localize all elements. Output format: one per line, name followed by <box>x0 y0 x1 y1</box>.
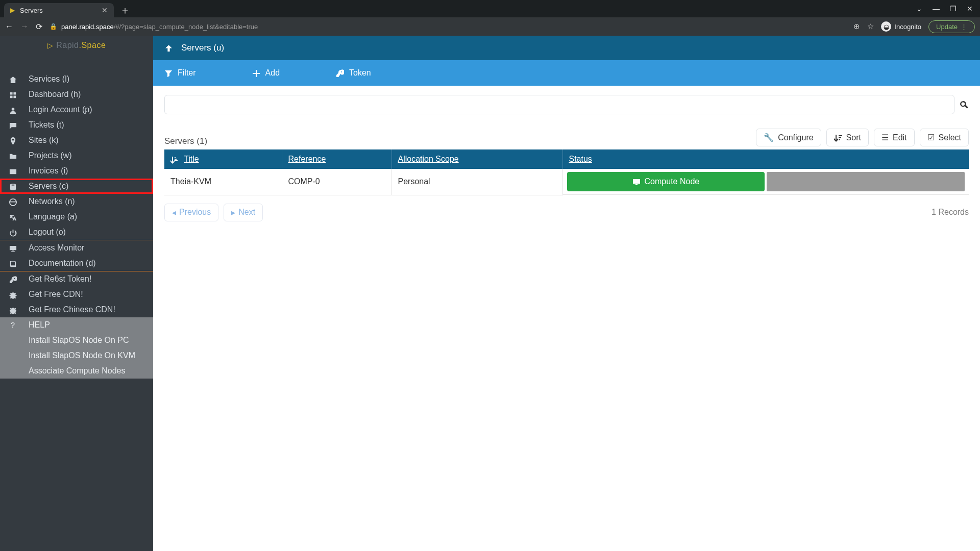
bookmark-icon[interactable]: ☆ <box>867 22 874 31</box>
window-controls: ⌄ — ❐ ✕ <box>916 5 980 13</box>
list-icon: ☰ <box>881 133 889 142</box>
sidebar-item-label: Services (l) <box>29 74 69 84</box>
new-tab-button[interactable]: ＋ <box>120 4 130 17</box>
search-input[interactable] <box>164 95 954 114</box>
home-icon <box>8 74 17 84</box>
next-label: Next <box>238 208 255 217</box>
table-row[interactable]: Theia-KVMCOMP-0PersonalCompute Node <box>164 169 969 195</box>
sort-button[interactable]: Sort <box>826 129 869 146</box>
servers-table: Title Reference Allocation Scope Status … <box>164 149 969 195</box>
power-icon <box>8 228 17 237</box>
col-title-header[interactable]: Title <box>164 149 282 169</box>
help-link-2[interactable]: Associate Compute Nodes <box>0 363 153 379</box>
next-button[interactable]: ▸Next <box>224 204 263 221</box>
check-icon: ☑ <box>927 133 935 142</box>
update-button[interactable]: Update ⋮ <box>928 20 975 33</box>
incognito-label: Incognito <box>894 23 921 31</box>
incognito-icon: ◒ <box>881 21 891 32</box>
sidebar-item-servers-c[interactable]: Servers (c) <box>0 179 153 194</box>
col-status-label: Status <box>569 155 592 163</box>
sidebar-item-language-a[interactable]: Language (a) <box>0 209 153 224</box>
key-icon <box>8 274 17 284</box>
plus-icon <box>252 68 260 78</box>
filter-button[interactable]: Filter <box>164 68 196 78</box>
window-minimize-icon[interactable]: — <box>933 5 940 13</box>
sidebar-item-services-l[interactable]: Services (l) <box>0 71 153 87</box>
sidebar-item-sites-k[interactable]: Sites (k) <box>0 133 153 148</box>
configure-button[interactable]: 🔧Configure <box>756 129 821 146</box>
sidebar-item-get-free-chinese-cdn[interactable]: Get Free Chinese CDN! <box>0 302 153 317</box>
sidebar-item-login-account-p[interactable]: Login Account (p) <box>0 102 153 117</box>
sidebar-item-get-re6st-token[interactable]: Get Re6st Token! <box>0 271 153 287</box>
puzzle-icon <box>8 305 17 314</box>
sidebar-item-networks-n[interactable]: Networks (n) <box>0 194 153 209</box>
add-button[interactable]: Add <box>252 68 280 78</box>
sidebar-help-header: ? HELP <box>0 317 153 333</box>
help-link-label: Associate Compute Nodes <box>29 366 125 375</box>
nav-back-icon[interactable]: ← <box>5 22 13 31</box>
sidebar-item-label: Logout (o) <box>29 228 66 237</box>
sidebar-item-invoices-i[interactable]: Invoices (i) <box>0 163 153 179</box>
tab-title: Servers <box>20 7 96 14</box>
pin-icon <box>8 136 17 145</box>
search-icon[interactable] <box>960 99 969 110</box>
address-bar[interactable]: 🔒 panel.rapid.space/#/?page=slap_compute… <box>50 23 846 31</box>
select-button[interactable]: ☑Select <box>920 129 969 146</box>
wrench-icon: 🔧 <box>764 133 774 142</box>
sidebar-item-logout-o[interactable]: Logout (o) <box>0 224 153 240</box>
chat-icon <box>8 120 17 130</box>
configure-label: Configure <box>778 133 813 142</box>
globe-icon <box>8 197 17 206</box>
window-close-icon[interactable]: ✕ <box>967 5 973 13</box>
token-label: Token <box>349 68 371 78</box>
grid-tools: 🔧Configure Sort ☰Edit ☑Select <box>756 129 969 146</box>
list-caption: Servers (1) <box>164 136 207 146</box>
user-icon <box>8 105 17 114</box>
puzzle-icon <box>8 290 17 299</box>
status-badge[interactable]: Compute Node <box>567 172 765 191</box>
lock-icon: 🔒 <box>50 23 57 30</box>
help-link-1[interactable]: Install SlapOS Node On KVM <box>0 348 153 363</box>
monitor-icon <box>8 243 17 253</box>
sidebar-item-label: Language (a) <box>29 212 77 221</box>
folder-icon <box>8 151 17 160</box>
chrome-menu-chevron-icon[interactable]: ⌄ <box>916 5 922 13</box>
sidebar-item-label: Get Free Chinese CDN! <box>29 305 115 314</box>
col-status-header[interactable]: Status <box>562 149 969 169</box>
window-restore-icon[interactable]: ❐ <box>950 5 957 13</box>
brand-logo[interactable]: ▷ Rapid.Space <box>0 36 153 55</box>
prev-button[interactable]: ◂Previous <box>164 204 218 221</box>
incognito-indicator[interactable]: ◒ Incognito <box>881 21 921 32</box>
tab-close-icon[interactable]: ✕ <box>102 6 108 14</box>
sidebar-item-dashboard-h[interactable]: Dashboard (h) <box>0 87 153 102</box>
action-toolbar: Filter Add Token <box>153 60 980 86</box>
cell-allocation: Personal <box>391 169 562 195</box>
col-allocation-label: Allocation Scope <box>398 155 459 163</box>
sort-icon <box>834 133 842 142</box>
nav-reload-icon[interactable]: ⟳ <box>36 22 42 32</box>
help-icon: ? <box>8 320 17 330</box>
help-link-0[interactable]: Install SlapOS Node On PC <box>0 333 153 348</box>
card-icon <box>8 166 17 176</box>
page-header: Servers (u) <box>153 36 980 60</box>
col-allocation-header[interactable]: Allocation Scope <box>391 149 562 169</box>
sidebar-item-tickets-t[interactable]: Tickets (t) <box>0 117 153 133</box>
token-button[interactable]: Token <box>336 68 371 78</box>
up-icon[interactable] <box>164 43 173 53</box>
sidebar-item-access-monitor[interactable]: Access Monitor <box>0 240 153 256</box>
edit-label: Edit <box>893 133 907 142</box>
browser-tab[interactable]: ▶ Servers ✕ <box>4 3 114 17</box>
sidebar-item-documentation-d[interactable]: Documentation (d) <box>0 256 153 271</box>
edit-button[interactable]: ☰Edit <box>874 129 915 146</box>
db-icon <box>8 182 17 191</box>
col-reference-header[interactable]: Reference <box>282 149 391 169</box>
sidebar-help-label: HELP <box>29 320 50 330</box>
caret-right-icon: ▸ <box>231 208 235 217</box>
sidebar-item-projects-w[interactable]: Projects (w) <box>0 148 153 163</box>
main-area: Servers (u) Filter Add Token <box>153 36 980 551</box>
sidebar-item-label: Get Free CDN! <box>29 290 83 299</box>
zoom-icon[interactable]: ⊕ <box>853 22 860 31</box>
help-link-label: Install SlapOS Node On KVM <box>29 351 135 360</box>
sidebar-item-label: Tickets (t) <box>29 120 64 130</box>
sidebar-item-get-free-cdn[interactable]: Get Free CDN! <box>0 287 153 302</box>
